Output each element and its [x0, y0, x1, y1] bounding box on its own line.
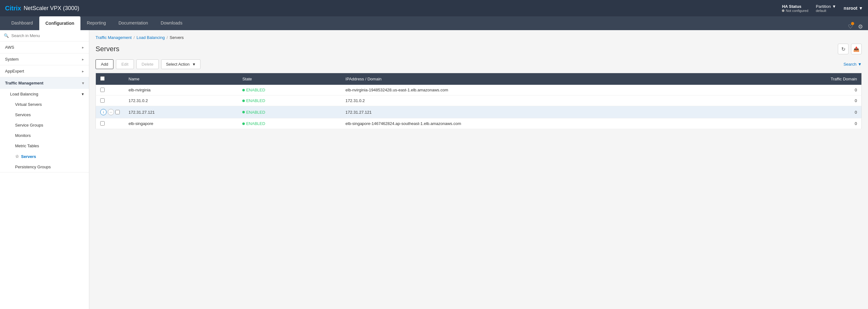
servers-table: Name State IPAddress / Domain Traffic Do…: [96, 73, 862, 129]
info-icon[interactable]: i: [100, 109, 106, 115]
sidebar-item-monitors[interactable]: Monitors: [0, 130, 89, 141]
sidebar-item-persistency-groups[interactable]: Persistency Groups: [0, 162, 89, 172]
chevron-right-icon: ▸: [82, 69, 84, 73]
search-input[interactable]: [11, 33, 85, 38]
row-checkbox-cell: [96, 118, 124, 129]
row-name: 172.31.0.2: [124, 96, 238, 106]
chevron-down-icon: ▾: [82, 81, 84, 85]
table-header-row: Name State IPAddress / Domain Traffic Do…: [96, 73, 862, 85]
add-button[interactable]: Add: [96, 59, 114, 69]
sidebar-item-services[interactable]: Services: [0, 110, 89, 120]
col-traffic-domain: Traffic Domain: [746, 73, 861, 85]
chevron-right-icon: ▸: [82, 57, 84, 62]
row-ip: 172.31.0.2: [341, 96, 746, 106]
row-ip: elb-singapore-1467462824.ap-southeast-1.…: [341, 118, 746, 129]
select-all-checkbox[interactable]: [100, 76, 105, 81]
notification-badge: [851, 22, 854, 25]
row-traffic-domain: 0: [746, 85, 861, 96]
partition-label: Partition ▼: [816, 4, 836, 9]
row-checkbox[interactable]: [115, 110, 120, 114]
sidebar-item-servers[interactable]: ☆ Servers: [0, 151, 89, 162]
username: nsroot: [844, 6, 858, 11]
ha-status: HA Status Not configured: [782, 4, 808, 12]
ha-dot-icon: [782, 9, 784, 12]
search-icon: 🔍: [4, 33, 9, 38]
chevron-down-icon: ▼: [192, 62, 196, 67]
ha-status-value: Not configured: [782, 9, 808, 12]
table-row: elb-nvirginiaENABLEDelb-nvirginia-194853…: [96, 85, 862, 96]
col-checkbox: [96, 73, 124, 85]
chevron-down-icon: ▼: [832, 4, 836, 9]
sidebar-item-system[interactable]: System ▸: [0, 54, 89, 65]
main-layout: 🔍 AWS ▸ System ▸ AppExpert ▸ Traffic Man…: [0, 30, 868, 309]
status-dot-icon: [242, 111, 245, 113]
row-checkbox-cell: [96, 96, 124, 105]
nav-item-dashboard[interactable]: Dashboard: [5, 16, 39, 30]
sidebar-section-traffic-management: Traffic Management ▾ Load Balancing ▾ Vi…: [0, 77, 89, 172]
row-ip: 172.31.27.121: [341, 106, 746, 118]
sidebar-item-virtual-servers[interactable]: Virtual Servers: [0, 99, 89, 110]
toolbar: Add Edit Delete Select Action ▼ Search ▼: [96, 59, 862, 69]
chevron-down-icon: ▾: [82, 92, 84, 96]
sidebar-item-load-balancing[interactable]: Load Balancing ▾: [0, 89, 89, 99]
row-ip: elb-nvirginia-1948532428.us-east-1.elb.a…: [341, 85, 746, 96]
brand-logo: Citrix: [5, 5, 21, 12]
notifications-button[interactable]: ♡: [848, 23, 853, 30]
delete-button: Delete: [136, 59, 159, 69]
nav-item-downloads[interactable]: Downloads: [154, 16, 189, 30]
col-ip: IPAddress / Domain: [341, 73, 746, 85]
ha-status-label: HA Status: [782, 4, 801, 9]
row-state: ENABLED: [238, 106, 341, 118]
sidebar-item-appexpert[interactable]: AppExpert ▸: [0, 65, 89, 77]
edit-button: Edit: [116, 59, 133, 69]
row-traffic-domain: 0: [746, 118, 861, 129]
partition-info[interactable]: Partition ▼ default: [816, 4, 836, 12]
breadcrumb-sep-2: /: [166, 35, 168, 40]
row-checkbox-cell: [96, 85, 124, 95]
row-state: ENABLED: [238, 85, 341, 96]
search-link[interactable]: Search ▼: [843, 62, 862, 67]
page-actions-right: ↻ 📤: [838, 44, 862, 54]
chevron-down-icon: ▼: [858, 62, 862, 67]
chevron-right-icon: ▸: [82, 45, 84, 49]
user-menu[interactable]: nsroot ▼: [844, 6, 863, 11]
sidebar: 🔍 AWS ▸ System ▸ AppExpert ▸ Traffic Man…: [0, 30, 89, 309]
header-right: HA Status Not configured Partition ▼ def…: [782, 4, 863, 12]
nav-right-icons: ♡ ⚙: [848, 23, 863, 30]
breadcrumb-load-balancing[interactable]: Load Balancing: [137, 35, 165, 40]
row-checkbox[interactable]: [100, 98, 105, 103]
row-traffic-domain: 0: [746, 96, 861, 106]
star-icon: ☆: [15, 154, 19, 159]
app-brand: Citrix NetScaler VPX (3000): [5, 5, 79, 12]
nav-item-documentation[interactable]: Documentation: [112, 16, 154, 30]
row-checkbox-cell: i···: [96, 106, 124, 118]
sidebar-search-container[interactable]: 🔍: [0, 30, 89, 41]
sidebar-section-aws: AWS ▸: [0, 41, 89, 54]
sidebar-item-traffic-management[interactable]: Traffic Management ▾: [0, 77, 89, 89]
row-name: elb-nvirginia: [124, 85, 238, 96]
breadcrumb-traffic-management[interactable]: Traffic Management: [96, 35, 132, 40]
row-checkbox[interactable]: [100, 88, 105, 92]
row-checkbox[interactable]: [100, 121, 105, 126]
breadcrumb-sep-1: /: [133, 35, 135, 40]
sidebar-section-system: System ▸: [0, 54, 89, 65]
app-title: NetScaler VPX (3000): [24, 5, 79, 12]
table-row: i···172.31.27.121ENABLED172.31.27.1210: [96, 106, 862, 118]
nav-item-configuration[interactable]: Configuration: [39, 16, 81, 30]
refresh-button[interactable]: ↻: [838, 44, 848, 54]
sidebar-item-service-groups[interactable]: Service Groups: [0, 120, 89, 130]
more-actions-icon[interactable]: ···: [108, 109, 114, 115]
download-button[interactable]: 📤: [851, 44, 862, 54]
nav-item-reporting[interactable]: Reporting: [81, 16, 112, 30]
status-dot-icon: [242, 123, 245, 125]
sidebar-item-metric-tables[interactable]: Metric Tables: [0, 141, 89, 151]
settings-button[interactable]: ⚙: [858, 23, 863, 30]
select-action-button[interactable]: Select Action ▼: [161, 59, 200, 69]
row-traffic-domain: 0: [746, 106, 861, 118]
row-state: ENABLED: [238, 118, 341, 129]
top-header: Citrix NetScaler VPX (3000) HA Status No…: [0, 0, 868, 16]
sidebar-item-aws[interactable]: AWS ▸: [0, 41, 89, 53]
sidebar-section-appexpert: AppExpert ▸: [0, 65, 89, 77]
col-name: Name: [124, 73, 238, 85]
page-title: Servers: [96, 45, 119, 53]
